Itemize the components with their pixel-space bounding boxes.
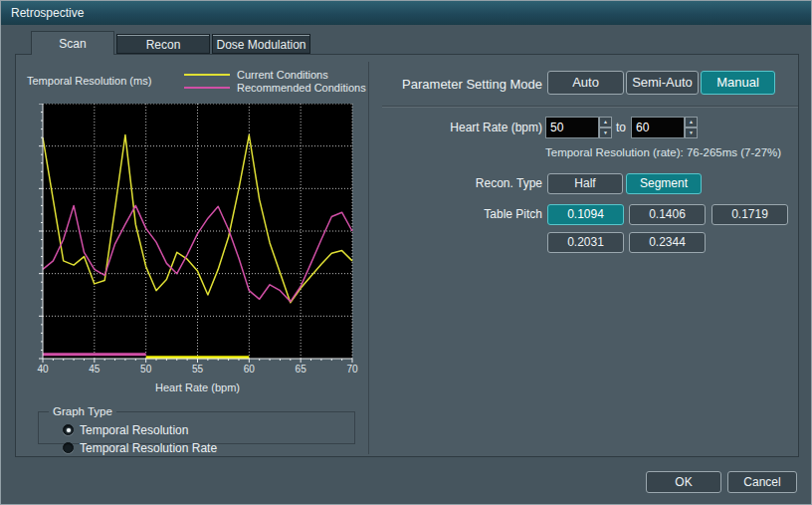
x-tick-label: 40: [37, 364, 48, 375]
spinner-up-icon[interactable]: ▲: [685, 117, 698, 127]
radio-temporal-resolution-rate-label: Temporal Resolution Rate: [80, 441, 217, 455]
legend-line-current-icon: [184, 74, 230, 76]
spinner-down-icon[interactable]: ▼: [685, 127, 698, 138]
mode-auto-button[interactable]: Auto: [547, 71, 624, 95]
mode-separator: [382, 106, 798, 107]
tab-content-panel: Temporal Resolution (ms) Current Conditi…: [15, 54, 799, 457]
radio-temporal-resolution-label: Temporal Resolution: [80, 423, 188, 437]
chart-y-axis-title: Temporal Resolution (ms): [27, 75, 151, 87]
mode-semi-auto-button[interactable]: Semi-Auto: [626, 71, 699, 95]
window-title: Retrospective: [11, 6, 84, 20]
heart-rate-from-field: ▲ ▼: [545, 117, 612, 138]
radio-selected-icon: [63, 424, 74, 435]
x-tick-label: 50: [140, 364, 151, 375]
heart-rate-from-spinner: ▲ ▼: [599, 117, 612, 138]
cancel-button[interactable]: Cancel: [727, 471, 797, 493]
heart-rate-to-input[interactable]: [631, 117, 685, 138]
legend-label-current: Current Conditions: [237, 69, 328, 81]
recon-type-segment-button[interactable]: Segment: [626, 173, 702, 194]
x-axis-tick-labels: 40455055606570: [43, 364, 352, 376]
radio-temporal-resolution[interactable]: Temporal Resolution: [63, 423, 188, 437]
spinner-down-icon[interactable]: ▼: [599, 127, 612, 138]
table-pitch-0.1406-button[interactable]: 0.1406: [629, 204, 706, 225]
title-bar[interactable]: Retrospective: [1, 1, 811, 25]
temporal-resolution-chart: [38, 104, 357, 365]
parameter-setting-mode-label: Parameter Setting Mode: [383, 77, 542, 92]
tab-recon[interactable]: Recon: [116, 34, 210, 54]
recon-type-half-button[interactable]: Half: [547, 173, 623, 194]
ok-button[interactable]: OK: [646, 471, 721, 493]
graph-type-group: Graph Type Temporal Resolution Temporal …: [38, 405, 355, 444]
heart-rate-label: Heart Rate (bpm): [383, 121, 542, 134]
mode-manual-button[interactable]: Manual: [701, 71, 775, 95]
x-tick-label: 70: [346, 364, 357, 375]
table-pitch-label: Table Pitch: [383, 207, 542, 221]
table-pitch-0.2344-button[interactable]: 0.2344: [629, 232, 706, 253]
tab-scan[interactable]: Scan: [31, 31, 114, 55]
x-tick-label: 45: [89, 364, 100, 375]
radio-temporal-resolution-rate[interactable]: Temporal Resolution Rate: [63, 441, 217, 455]
x-tick-label: 65: [296, 364, 306, 375]
retrospective-dialog: Retrospective Scan Recon Dose Modulation…: [0, 0, 812, 505]
legend-item-recommended: Recommended Conditions: [184, 81, 366, 94]
recon-type-label: Recon. Type: [383, 176, 542, 190]
legend-label-recommended: Recommended Conditions: [237, 82, 366, 94]
heart-rate-to-spinner: ▲ ▼: [685, 117, 698, 138]
chart-x-axis-title: Heart Rate (bpm): [43, 381, 352, 393]
table-pitch-0.1094-button[interactable]: 0.1094: [547, 204, 624, 225]
table-pitch-0.1719-button[interactable]: 0.1719: [711, 204, 788, 225]
x-tick-label: 55: [192, 364, 203, 375]
legend-item-current: Current Conditions: [184, 68, 366, 81]
table-pitch-0.2031-button[interactable]: 0.2031: [547, 232, 624, 253]
temporal-resolution-note: Temporal Resolution (rate): 76-265ms (7-…: [545, 146, 781, 158]
heart-rate-to-word: to: [616, 121, 626, 134]
graph-type-legend: Graph Type: [49, 405, 116, 417]
tab-dose-modulation[interactable]: Dose Modulation: [212, 34, 310, 54]
x-tick-label: 60: [244, 364, 255, 375]
spinner-up-icon[interactable]: ▲: [599, 117, 612, 127]
chart-plot-area: 050100150200250300 40455055606570: [43, 104, 352, 359]
radio-unselected-icon: [63, 442, 74, 453]
heart-rate-to-field: ▲ ▼: [631, 117, 698, 138]
heart-rate-from-input[interactable]: [545, 117, 599, 138]
chart-legend: Current Conditions Recommended Condition…: [184, 68, 366, 94]
panel-divider: [368, 62, 369, 454]
legend-line-recommended-icon: [184, 87, 230, 89]
